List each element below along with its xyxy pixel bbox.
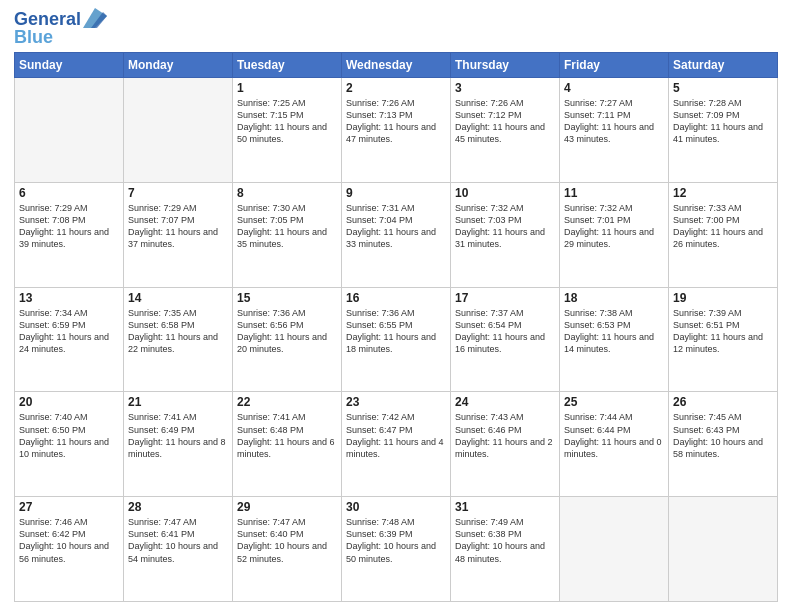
day-number: 30 <box>346 500 446 514</box>
day-info: Sunrise: 7:47 AMSunset: 6:41 PMDaylight:… <box>128 516 228 565</box>
calendar-header-row: SundayMondayTuesdayWednesdayThursdayFrid… <box>15 53 778 78</box>
calendar-day-cell <box>560 497 669 602</box>
day-number: 7 <box>128 186 228 200</box>
day-info: Sunrise: 7:32 AMSunset: 7:01 PMDaylight:… <box>564 202 664 251</box>
day-number: 4 <box>564 81 664 95</box>
calendar-day-cell: 9Sunrise: 7:31 AMSunset: 7:04 PMDaylight… <box>342 182 451 287</box>
day-info: Sunrise: 7:31 AMSunset: 7:04 PMDaylight:… <box>346 202 446 251</box>
calendar-day-cell: 5Sunrise: 7:28 AMSunset: 7:09 PMDaylight… <box>669 78 778 183</box>
calendar-week-row: 1Sunrise: 7:25 AMSunset: 7:15 PMDaylight… <box>15 78 778 183</box>
calendar-day-cell: 27Sunrise: 7:46 AMSunset: 6:42 PMDayligh… <box>15 497 124 602</box>
calendar-day-header: Friday <box>560 53 669 78</box>
day-info: Sunrise: 7:29 AMSunset: 7:07 PMDaylight:… <box>128 202 228 251</box>
day-number: 26 <box>673 395 773 409</box>
day-info: Sunrise: 7:47 AMSunset: 6:40 PMDaylight:… <box>237 516 337 565</box>
day-number: 13 <box>19 291 119 305</box>
calendar-day-cell: 16Sunrise: 7:36 AMSunset: 6:55 PMDayligh… <box>342 287 451 392</box>
calendar-day-header: Saturday <box>669 53 778 78</box>
day-info: Sunrise: 7:36 AMSunset: 6:56 PMDaylight:… <box>237 307 337 356</box>
day-number: 23 <box>346 395 446 409</box>
calendar-week-row: 27Sunrise: 7:46 AMSunset: 6:42 PMDayligh… <box>15 497 778 602</box>
calendar-day-header: Sunday <box>15 53 124 78</box>
calendar-day-header: Thursday <box>451 53 560 78</box>
day-info: Sunrise: 7:41 AMSunset: 6:48 PMDaylight:… <box>237 411 337 460</box>
calendar-day-cell: 26Sunrise: 7:45 AMSunset: 6:43 PMDayligh… <box>669 392 778 497</box>
calendar-day-cell: 8Sunrise: 7:30 AMSunset: 7:05 PMDaylight… <box>233 182 342 287</box>
day-info: Sunrise: 7:36 AMSunset: 6:55 PMDaylight:… <box>346 307 446 356</box>
calendar-day-cell: 14Sunrise: 7:35 AMSunset: 6:58 PMDayligh… <box>124 287 233 392</box>
day-number: 8 <box>237 186 337 200</box>
day-number: 15 <box>237 291 337 305</box>
calendar-day-cell: 31Sunrise: 7:49 AMSunset: 6:38 PMDayligh… <box>451 497 560 602</box>
day-number: 12 <box>673 186 773 200</box>
calendar-week-row: 13Sunrise: 7:34 AMSunset: 6:59 PMDayligh… <box>15 287 778 392</box>
day-info: Sunrise: 7:25 AMSunset: 7:15 PMDaylight:… <box>237 97 337 146</box>
day-number: 31 <box>455 500 555 514</box>
day-number: 18 <box>564 291 664 305</box>
calendar-day-cell: 4Sunrise: 7:27 AMSunset: 7:11 PMDaylight… <box>560 78 669 183</box>
day-info: Sunrise: 7:46 AMSunset: 6:42 PMDaylight:… <box>19 516 119 565</box>
calendar-day-cell: 7Sunrise: 7:29 AMSunset: 7:07 PMDaylight… <box>124 182 233 287</box>
calendar-day-cell: 25Sunrise: 7:44 AMSunset: 6:44 PMDayligh… <box>560 392 669 497</box>
day-info: Sunrise: 7:41 AMSunset: 6:49 PMDaylight:… <box>128 411 228 460</box>
calendar-day-cell: 20Sunrise: 7:40 AMSunset: 6:50 PMDayligh… <box>15 392 124 497</box>
day-number: 10 <box>455 186 555 200</box>
calendar-day-cell: 21Sunrise: 7:41 AMSunset: 6:49 PMDayligh… <box>124 392 233 497</box>
day-number: 11 <box>564 186 664 200</box>
day-number: 21 <box>128 395 228 409</box>
calendar-day-cell: 28Sunrise: 7:47 AMSunset: 6:41 PMDayligh… <box>124 497 233 602</box>
calendar-day-cell: 2Sunrise: 7:26 AMSunset: 7:13 PMDaylight… <box>342 78 451 183</box>
page: General Blue SundayMondayTues <box>0 0 792 612</box>
calendar-day-cell: 3Sunrise: 7:26 AMSunset: 7:12 PMDaylight… <box>451 78 560 183</box>
header: General Blue <box>14 10 778 46</box>
day-info: Sunrise: 7:38 AMSunset: 6:53 PMDaylight:… <box>564 307 664 356</box>
day-info: Sunrise: 7:27 AMSunset: 7:11 PMDaylight:… <box>564 97 664 146</box>
day-info: Sunrise: 7:29 AMSunset: 7:08 PMDaylight:… <box>19 202 119 251</box>
calendar-day-header: Tuesday <box>233 53 342 78</box>
day-number: 16 <box>346 291 446 305</box>
logo-icon <box>83 8 107 28</box>
day-info: Sunrise: 7:44 AMSunset: 6:44 PMDaylight:… <box>564 411 664 460</box>
day-number: 17 <box>455 291 555 305</box>
calendar-day-cell <box>124 78 233 183</box>
calendar-day-cell: 1Sunrise: 7:25 AMSunset: 7:15 PMDaylight… <box>233 78 342 183</box>
calendar-day-cell: 19Sunrise: 7:39 AMSunset: 6:51 PMDayligh… <box>669 287 778 392</box>
day-number: 27 <box>19 500 119 514</box>
calendar-table: SundayMondayTuesdayWednesdayThursdayFrid… <box>14 52 778 602</box>
day-number: 9 <box>346 186 446 200</box>
calendar-day-cell: 12Sunrise: 7:33 AMSunset: 7:00 PMDayligh… <box>669 182 778 287</box>
day-info: Sunrise: 7:30 AMSunset: 7:05 PMDaylight:… <box>237 202 337 251</box>
calendar-day-cell: 13Sunrise: 7:34 AMSunset: 6:59 PMDayligh… <box>15 287 124 392</box>
day-info: Sunrise: 7:40 AMSunset: 6:50 PMDaylight:… <box>19 411 119 460</box>
day-number: 19 <box>673 291 773 305</box>
day-info: Sunrise: 7:49 AMSunset: 6:38 PMDaylight:… <box>455 516 555 565</box>
calendar-day-cell: 6Sunrise: 7:29 AMSunset: 7:08 PMDaylight… <box>15 182 124 287</box>
day-info: Sunrise: 7:28 AMSunset: 7:09 PMDaylight:… <box>673 97 773 146</box>
day-info: Sunrise: 7:48 AMSunset: 6:39 PMDaylight:… <box>346 516 446 565</box>
day-info: Sunrise: 7:39 AMSunset: 6:51 PMDaylight:… <box>673 307 773 356</box>
calendar-day-cell: 30Sunrise: 7:48 AMSunset: 6:39 PMDayligh… <box>342 497 451 602</box>
day-number: 3 <box>455 81 555 95</box>
calendar-week-row: 20Sunrise: 7:40 AMSunset: 6:50 PMDayligh… <box>15 392 778 497</box>
day-info: Sunrise: 7:33 AMSunset: 7:00 PMDaylight:… <box>673 202 773 251</box>
logo-text-blue: Blue <box>14 28 53 46</box>
day-info: Sunrise: 7:45 AMSunset: 6:43 PMDaylight:… <box>673 411 773 460</box>
calendar-day-header: Monday <box>124 53 233 78</box>
day-info: Sunrise: 7:32 AMSunset: 7:03 PMDaylight:… <box>455 202 555 251</box>
day-number: 28 <box>128 500 228 514</box>
calendar-day-cell <box>15 78 124 183</box>
calendar-day-header: Wednesday <box>342 53 451 78</box>
day-number: 1 <box>237 81 337 95</box>
day-info: Sunrise: 7:37 AMSunset: 6:54 PMDaylight:… <box>455 307 555 356</box>
calendar-day-cell: 18Sunrise: 7:38 AMSunset: 6:53 PMDayligh… <box>560 287 669 392</box>
day-info: Sunrise: 7:26 AMSunset: 7:13 PMDaylight:… <box>346 97 446 146</box>
logo: General Blue <box>14 10 107 46</box>
calendar-day-cell: 22Sunrise: 7:41 AMSunset: 6:48 PMDayligh… <box>233 392 342 497</box>
day-number: 20 <box>19 395 119 409</box>
calendar-day-cell: 15Sunrise: 7:36 AMSunset: 6:56 PMDayligh… <box>233 287 342 392</box>
day-info: Sunrise: 7:26 AMSunset: 7:12 PMDaylight:… <box>455 97 555 146</box>
calendar-day-cell <box>669 497 778 602</box>
day-number: 22 <box>237 395 337 409</box>
calendar-week-row: 6Sunrise: 7:29 AMSunset: 7:08 PMDaylight… <box>15 182 778 287</box>
day-number: 6 <box>19 186 119 200</box>
